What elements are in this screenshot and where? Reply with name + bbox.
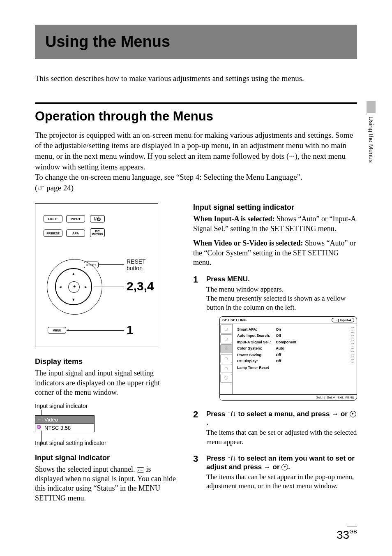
callout-1: 1 (127, 323, 134, 337)
input-signal-indicator-heading: Input signal indicator (35, 454, 177, 462)
display-items-para: The input signal and input signal settin… (35, 368, 177, 397)
step-1: 1 Press MENU. The menu window appears. T… (193, 275, 357, 406)
menu-items-list: Smart APA:On Auto Input Search:Off Input… (233, 324, 348, 394)
step-2-title: Press ↑/↓ to select a menu, and press → … (206, 410, 357, 427)
step-1-number: 1 (193, 275, 202, 406)
menu-tab-column: ▢ ▢ ⚙ ▢ ▢ ⓘ (220, 324, 233, 394)
remote-picmuting-button: PICMUTING (90, 228, 105, 237)
right-arrow-icon: → (332, 410, 339, 418)
step-3: 3 Press ↑/↓ to select an item you want t… (193, 454, 357, 495)
input-signal-setting-heading: Input signal setting indicator (193, 203, 357, 212)
chapter-intro: This section describes how to make vario… (35, 73, 357, 84)
step-1-body: The menu window appears. The menu presen… (206, 285, 357, 312)
indicator-video-text: Video (44, 417, 58, 423)
side-tab-label: Using the Menus (367, 113, 376, 166)
remote-light-button: LIGHT (44, 215, 62, 222)
menu-tab-6: ⓘ (220, 374, 232, 383)
indicator-video-row: →] Video (35, 415, 95, 424)
callout-234: 2,3,4 (127, 279, 154, 293)
enter-icon-2: ✦ (281, 464, 288, 470)
menu-footer: Sel:↑↓ Set:↵ Exit: MENU (220, 394, 357, 400)
callout-reset-sub: button (127, 265, 143, 271)
isi-text-pre: Shows the selected input channel. (35, 465, 137, 473)
right-arrow-icon-2: → (264, 463, 271, 471)
remote-power-button: I/⏻ (90, 215, 105, 222)
right-column: Input signal setting indicator When Inpu… (193, 203, 357, 508)
display-items-heading: Display items (35, 357, 177, 366)
step-2-body: The items that can be set or adjusted wi… (206, 428, 357, 446)
callout-reset: RESET (127, 258, 146, 265)
video-bold: When Video or S-Video is selected: (193, 239, 305, 247)
no-signal-icon: x→ (137, 467, 144, 473)
dpad-left-icon: ◂ (59, 285, 62, 289)
input-signal-setting-indicator-label: Input signal setting indicator (35, 440, 177, 446)
remote-freeze-button: FREEZE (44, 229, 62, 237)
menu-input-badge: Input-A (340, 318, 351, 322)
remote-diagram: LIGHT INPUT I/⏻ FREEZE APA PICMUTING RES… (35, 203, 158, 347)
video-svideo-para: When Video or S-Video is selected: Shows… (193, 239, 357, 267)
input-a-para: When Input-A is selected: Shows “Auto” o… (193, 214, 357, 234)
step-2: 2 Press ↑/↓ to select a menu, and press … (193, 410, 357, 451)
menu-tab-active: ⚙ (220, 344, 232, 353)
dpad-right-icon: ▸ (85, 285, 87, 289)
remote-input-button: INPUT (66, 215, 85, 222)
section-title: Operation through the Menus (35, 109, 357, 124)
menu-tab-1: ▢ (220, 324, 232, 334)
left-column: LIGHT INPUT I/⏻ FREEZE APA PICMUTING RES… (35, 203, 177, 508)
updown-arrow-icon-2: ↑/↓ (227, 454, 236, 462)
section-divider (35, 102, 357, 104)
remote-apa-button: APA (66, 229, 85, 237)
menu-tab-4: ▢ (220, 354, 232, 363)
input-signal-indicator-label: Input signal indicator (35, 403, 177, 409)
updown-arrow-icon: ↑/↓ (227, 410, 236, 418)
input-a-bold: When Input-A is selected: (193, 215, 277, 223)
menu-right-icons: ▢▢▢▢▢▢▢ (348, 324, 357, 394)
menu-screenshot: SET SETTING →] Input-A ▢ ▢ ⚙ ▢ ▢ ⓘ (219, 316, 357, 401)
remote-menu-button: MENU (48, 327, 66, 334)
step-2-number: 2 (193, 410, 202, 451)
enter-icon: ✦ (350, 411, 356, 417)
section-body: The projector is equipped with an on-scr… (35, 130, 357, 193)
indicator-ntsc-row: ♒ NTSC 3.58 (35, 424, 95, 432)
chapter-title: Using the Menus (45, 33, 347, 51)
menu-header-title: SET SETTING (222, 318, 247, 322)
step-3-title: Press ↑/↓ to select an item you want to … (206, 454, 357, 472)
step-1-title: Press MENU. (206, 275, 357, 283)
section-body-1: The projector is equipped with an on-scr… (35, 131, 353, 171)
indicator-ntsc-text: NTSC 3.58 (44, 425, 71, 431)
step-3-body: The items that can be set appear in the … (206, 473, 357, 491)
page-rule (347, 526, 357, 526)
step-3-number: 3 (193, 454, 202, 495)
input-signal-indicator-para: Shows the selected input channel. x→ is … (35, 465, 177, 503)
section-body-2: To change the on-screen menu language, s… (35, 173, 302, 181)
indicator-box: →] Video ♒ NTSC 3.58 (35, 415, 95, 432)
dpad-up-icon: ▴ (72, 271, 75, 276)
menu-tab-2: ▢ (220, 334, 232, 343)
menu-tab-5: ▢ (220, 364, 232, 373)
page-ref: (☞ page 24) (35, 183, 74, 192)
chapter-header-bar: Using the Menus (35, 25, 357, 59)
dpad-down-icon: ▾ (72, 297, 75, 302)
page-number: 33GB (337, 528, 357, 542)
